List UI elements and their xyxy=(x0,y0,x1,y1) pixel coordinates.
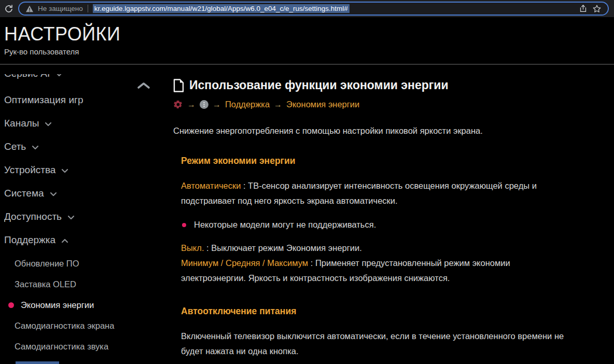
browser-toolbar: Не защищено kr.eguide.lgappstv.com/manua… xyxy=(0,0,614,17)
breadcrumb-arrow: → xyxy=(213,100,221,109)
note-item: Некоторые модели могут не поддерживаться… xyxy=(182,220,569,230)
share-button[interactable] xyxy=(579,4,588,13)
chevron-down-icon xyxy=(32,145,39,150)
breadcrumb-link-energy-saving[interactable]: Экономия энергии xyxy=(286,100,359,109)
chevron-down-icon xyxy=(50,192,57,197)
bookmark-star-button[interactable] xyxy=(592,4,602,13)
site-security-chip[interactable]: Не защищено xyxy=(25,5,83,12)
page-header: НАСТРОЙКИ Рук-во пользователя xyxy=(0,17,614,65)
note-text: Некоторые модели могут не поддерживаться… xyxy=(194,220,376,230)
share-icon xyxy=(579,4,588,13)
chevron-down-icon xyxy=(55,74,63,77)
sidebar-item-support[interactable]: Поддержка xyxy=(4,234,167,246)
omnibox-divider xyxy=(88,5,88,12)
manual-page: НАСТРОЙКИ Рук-во пользователя Сервис AI … xyxy=(0,17,614,364)
sidebar-subitem-label: Самодиагностика экрана xyxy=(15,320,114,331)
sidebar-item-label: Поддержка xyxy=(4,234,55,246)
sidebar-subitem-energy-saving[interactable]: Экономия энергии xyxy=(4,299,167,311)
sidebar-subitem-sound-self-diagnosis[interactable]: Самодиагностика звука xyxy=(4,341,167,352)
sidebar-item-label: Сеть xyxy=(4,141,26,153)
sidebar-item-network[interactable]: Сеть xyxy=(4,141,167,153)
section-heading: Автоотключение питания xyxy=(181,306,569,317)
sidebar-subitem-label: Самодиагностика звука xyxy=(15,341,108,352)
sidebar-item-label: Система xyxy=(4,187,44,200)
intro-paragraph: Снижение энергопотребления с помощью нас… xyxy=(173,123,573,138)
active-item-dot-icon xyxy=(8,302,14,308)
breadcrumb-arrow: → xyxy=(187,100,196,109)
sidebar-item-accessibility[interactable]: Доступность xyxy=(4,211,167,223)
gear-icon xyxy=(173,100,183,109)
reload-icon xyxy=(4,4,13,13)
sidebar-item-label: Оптимизация игр xyxy=(4,94,83,106)
sidebar-item-service-ai[interactable]: Сервис AI xyxy=(4,74,167,80)
star-icon xyxy=(592,4,602,13)
paragraph-auto: Автоматически : ТВ-сенсор анализирует ин… xyxy=(181,178,569,208)
sidebar-item-label: Доступность xyxy=(4,211,62,223)
url-text[interactable]: kr.eguide.lgappstv.com/manual/w21/global… xyxy=(93,4,350,13)
security-label: Не защищено xyxy=(38,5,83,12)
section-heading: Режим экономии энергии xyxy=(181,156,569,166)
sidebar-item-devices[interactable]: Устройства xyxy=(4,164,167,176)
sidebar-item-game-optimization[interactable]: Оптимизация игр xyxy=(4,94,167,106)
chevron-up-icon xyxy=(61,239,68,243)
status-bar-fragment xyxy=(16,361,59,364)
warning-icon xyxy=(25,5,34,12)
sidebar-subitem-label: Экономия энергии xyxy=(21,299,94,311)
sidebar-subitem-software-update[interactable]: Обновление ПО xyxy=(4,258,167,269)
collapse-sidebar-button[interactable] xyxy=(136,81,151,91)
sidebar-item-label: Устройства xyxy=(4,164,55,176)
document-icon xyxy=(173,79,184,92)
sidebar-item-channels[interactable]: Каналы xyxy=(4,117,167,130)
all-settings-icon xyxy=(200,100,208,109)
sidebar-subitem-oled-screensaver[interactable]: Заставка OLED xyxy=(4,278,167,290)
bullet-dot-icon xyxy=(182,223,186,227)
sidebar-subitem-label: Обновление ПО xyxy=(15,258,79,269)
browser-window: Не защищено kr.eguide.lgappstv.com/manua… xyxy=(0,0,614,364)
section-energy-saving-mode: Режим экономии энергии Автоматически : Т… xyxy=(181,156,569,286)
breadcrumb-arrow: → xyxy=(274,100,282,109)
sidebar-item-label: Каналы xyxy=(4,117,39,130)
term-off: Выкл. xyxy=(181,243,204,253)
sidebar: Сервис AI Оптимизация игр Каналы Сеть xyxy=(0,65,167,363)
term-min-mid-max: Минимум / Средняя / Максимум xyxy=(181,258,308,268)
chevron-down-icon xyxy=(67,215,75,220)
section-auto-power-off: Автоотключение питания Включенный телеви… xyxy=(181,306,569,364)
address-bar[interactable]: Не защищено kr.eguide.lgappstv.com/manua… xyxy=(18,2,609,16)
term-auto: Автоматически xyxy=(181,181,241,190)
term-off-description: : Выключает режим Экономия энергии. xyxy=(204,243,361,253)
sidebar-subitem-label: Заставка OLED xyxy=(15,278,76,290)
article-title-row: Использование функции экономии энергии xyxy=(173,78,593,92)
page-title: НАСТРОЙКИ xyxy=(4,24,614,45)
chevron-up-icon xyxy=(136,81,151,90)
chevron-down-icon xyxy=(45,122,52,127)
breadcrumb-link-support[interactable]: Поддержка xyxy=(225,100,270,109)
reload-button[interactable] xyxy=(4,4,13,13)
sidebar-item-label: Сервис AI xyxy=(4,74,50,80)
chevron-down-icon xyxy=(61,169,68,173)
sidebar-item-system[interactable]: Система xyxy=(4,187,167,200)
article-content: Использование функции экономии энергии →… xyxy=(167,65,614,363)
paragraph-modes: Выкл. : Выключает режим Экономия энергии… xyxy=(181,241,569,286)
article-title: Использование функции экономии энергии xyxy=(189,78,449,92)
page-subtitle: Рук-во пользователя xyxy=(4,47,614,56)
breadcrumb: → → Поддержка → Экономия энергии xyxy=(173,100,593,109)
sidebar-nav-list: Сервис AI Оптимизация игр Каналы Сеть xyxy=(4,74,167,363)
sidebar-subitem-screen-self-diagnosis[interactable]: Самодиагностика экрана xyxy=(4,320,167,331)
paragraph-auto-power-off: Включенный телевизор выключится автомати… xyxy=(181,329,569,359)
